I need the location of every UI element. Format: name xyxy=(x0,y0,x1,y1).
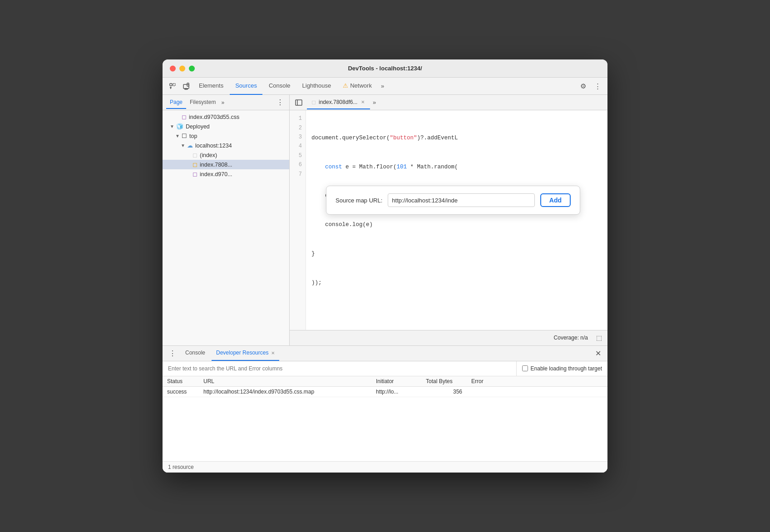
tree-label-deployed: Deployed xyxy=(186,123,210,130)
sourcemap-popup: Source map URL: Add xyxy=(326,186,580,215)
svg-rect-5 xyxy=(185,89,188,89)
enable-loading-label: Enable loading through target xyxy=(531,365,602,372)
svg-rect-0 xyxy=(170,84,172,86)
sourcemap-input[interactable] xyxy=(388,193,534,207)
tree-label-css: index.d9703d55.css xyxy=(189,114,239,120)
search-input[interactable] xyxy=(163,361,516,376)
cell-bytes: 356 xyxy=(421,386,467,397)
left-panel-menu-icon[interactable]: ⋮ xyxy=(275,97,286,108)
tree-item-top[interactable]: ▼ ☐ top xyxy=(163,131,289,141)
cell-initiator: http://lo... xyxy=(371,386,421,397)
cell-status: success xyxy=(163,386,199,397)
html-file-icon: ◻ xyxy=(192,152,197,158)
main-content: Page Filesystem » ⋮ ◻ index.d9703d55.css… xyxy=(163,95,607,345)
editor-tab-label: index.7808df6... xyxy=(319,99,357,105)
tree-item-localhost[interactable]: ▼ ☁ localhost:1234 xyxy=(163,141,289,150)
code-content: document.querySelector("button")?.addEve… xyxy=(306,110,607,330)
file-tree: ◻ index.d9703d55.css ▼ 🧊 Deployed ▼ ☐ to… xyxy=(163,110,289,345)
col-header-bytes: Total Bytes xyxy=(421,376,467,387)
warning-icon: ⚠ xyxy=(343,82,348,89)
tree-item-index-js[interactable]: ◻ index.7808... xyxy=(163,160,289,169)
tab-sources[interactable]: Sources xyxy=(230,78,262,95)
settings-icon[interactable]: ⚙ xyxy=(577,80,589,93)
editor-tabs: ◻ index.7808df6... × » xyxy=(290,95,607,110)
top-icon: ☐ xyxy=(182,133,187,139)
code-line-1: document.querySelector("button")?.addEve… xyxy=(311,133,602,143)
code-line-2: const e = Math.floor(101 * Math.random( xyxy=(311,163,602,172)
tree-item-deployed[interactable]: ▼ 🧊 Deployed xyxy=(163,122,289,131)
resources-table: Status URL Initiator Total Bytes Error s… xyxy=(163,376,607,397)
js-file-icon: ◻ xyxy=(192,161,197,168)
deployed-icon: 🧊 xyxy=(176,123,183,130)
tab-elements[interactable]: Elements xyxy=(193,78,229,95)
css-file-icon: ◻ xyxy=(182,113,187,120)
left-panel-tabs: Page Filesystem » ⋮ xyxy=(163,95,289,110)
code-line-5: } xyxy=(311,249,602,259)
tree-item-css[interactable]: ◻ index.d9703d55.css xyxy=(163,112,289,122)
enable-loading-checkbox[interactable] xyxy=(522,365,528,371)
line-num-7: 7 xyxy=(290,170,306,179)
inspect-icon[interactable] xyxy=(166,80,179,93)
line-num-5: 5 xyxy=(290,151,306,160)
cell-url: http://localhost:1234/index.d9703d55.css… xyxy=(199,386,371,397)
tree-label-top: top xyxy=(189,133,197,139)
left-tab-page[interactable]: Page xyxy=(166,96,186,109)
maximize-button[interactable] xyxy=(189,65,195,71)
left-panel-more-icon[interactable]: » xyxy=(219,99,226,106)
coverage-label: Coverage: n/a xyxy=(554,335,588,341)
sourcemap-add-button[interactable]: Add xyxy=(540,193,571,207)
line-num-3: 3 xyxy=(290,133,306,142)
cell-error xyxy=(467,386,607,397)
tree-arrow-deployed: ▼ xyxy=(170,124,174,129)
minimize-button[interactable] xyxy=(179,65,185,71)
console-close-icon[interactable]: ✕ xyxy=(592,348,604,359)
line-num-6: 6 xyxy=(290,160,306,169)
tree-label-index-css2: index.d970... xyxy=(200,171,232,177)
close-button[interactable] xyxy=(170,65,176,71)
tree-item-index[interactable]: ◻ (index) xyxy=(163,150,289,160)
console-area: ⋮ Console Developer Resources × ✕ Enable… xyxy=(163,345,607,473)
host-icon: ☁ xyxy=(187,142,193,149)
col-header-error: Error xyxy=(467,376,607,387)
left-panel: Page Filesystem » ⋮ ◻ index.d9703d55.css… xyxy=(163,95,290,345)
left-tab-filesystem[interactable]: Filesystem xyxy=(186,96,219,109)
device-toggle-icon[interactable] xyxy=(180,80,192,93)
css-file-icon-2: ◻ xyxy=(192,171,197,177)
dev-resources-close-icon[interactable]: × xyxy=(271,350,275,356)
window-title: DevTools - localhost:1234/ xyxy=(348,65,422,72)
resource-count: 1 resource xyxy=(168,464,194,470)
table-row[interactable]: success http://localhost:1234/index.d970… xyxy=(163,386,607,397)
col-header-url: URL xyxy=(199,376,371,387)
tree-label-index: (index) xyxy=(200,152,217,158)
bottom-status: Coverage: n/a ⬚ xyxy=(290,330,607,345)
editor-sidebar-toggle[interactable] xyxy=(293,97,304,108)
svg-rect-1 xyxy=(173,84,175,86)
editor-tab-file[interactable]: ◻ index.7808df6... × xyxy=(307,96,370,109)
coverage-icon[interactable]: ⬚ xyxy=(596,334,602,341)
window-controls xyxy=(170,65,195,71)
line-num-4: 4 xyxy=(290,142,306,151)
tab-console[interactable]: Console xyxy=(263,78,296,95)
console-tab-menu-icon[interactable]: ⋮ xyxy=(166,348,179,359)
resource-footer: 1 resource xyxy=(163,461,607,473)
line-num-1: 1 xyxy=(290,114,306,123)
editor-tab-close-icon[interactable]: × xyxy=(360,99,365,105)
console-tab-dev-resources[interactable]: Developer Resources × xyxy=(212,345,279,361)
tree-arrow-top: ▼ xyxy=(175,133,180,138)
tree-label-index-js: index.7808... xyxy=(200,162,232,168)
line-num-2: 2 xyxy=(290,123,306,133)
titlebar: DevTools - localhost:1234/ xyxy=(163,59,607,78)
editor-tab-more-icon[interactable]: » xyxy=(373,99,376,106)
col-header-initiator: Initiator xyxy=(371,376,421,387)
more-tabs-icon[interactable]: » xyxy=(378,83,387,89)
tree-item-index-css2[interactable]: ◻ index.d970... xyxy=(163,169,289,179)
console-tab-console[interactable]: Console xyxy=(181,345,210,361)
col-header-status: Status xyxy=(163,376,199,387)
tab-lighthouse[interactable]: Lighthouse xyxy=(297,78,337,95)
code-editor[interactable]: 1 2 3 4 5 6 7 document.querySelector("bu… xyxy=(290,110,607,330)
tabbar-right-controls: ⚙ ⋮ xyxy=(577,80,604,93)
more-options-icon[interactable]: ⋮ xyxy=(591,80,604,93)
tab-network[interactable]: ⚠ Network xyxy=(337,78,377,95)
main-tabbar: Elements Sources Console Lighthouse ⚠ Ne… xyxy=(163,78,607,95)
svg-rect-7 xyxy=(296,100,302,105)
